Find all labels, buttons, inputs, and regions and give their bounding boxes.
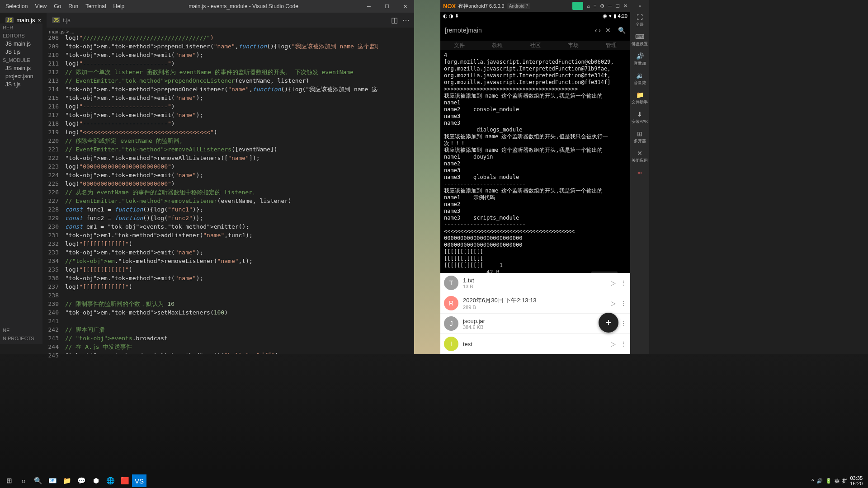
minimize-button[interactable]: ─ bbox=[360, 4, 378, 9]
more-icon[interactable]: ⋮ bbox=[620, 340, 627, 347]
sidebar-section: NE bbox=[0, 326, 42, 334]
ime-mode[interactable]: 拼 bbox=[842, 478, 847, 484]
start-button[interactable]: ⊞ bbox=[2, 474, 16, 487]
close-button[interactable]: ✕ bbox=[396, 4, 414, 9]
log-output[interactable]: 4[org.mozilla.javascript.InterpretedFunc… bbox=[440, 50, 630, 273]
sidebar-section: N PROJECTS bbox=[0, 334, 42, 343]
tab-manage[interactable]: 管理 bbox=[606, 42, 617, 49]
sidebar-item[interactable]: project.json bbox=[0, 72, 42, 80]
minimap[interactable] bbox=[378, 33, 414, 354]
nox-close-icon[interactable]: ✕ bbox=[623, 3, 627, 9]
more-actions-icon[interactable]: ⋯ bbox=[402, 16, 410, 24]
cortana-icon[interactable]: ○ bbox=[16, 474, 31, 487]
file-avatar: J bbox=[444, 316, 458, 331]
tray-sound-icon[interactable]: 🔊 bbox=[816, 478, 823, 484]
nox-side-button[interactable]: ⬇ 安装APK bbox=[632, 111, 648, 125]
mail-icon[interactable]: 📧 bbox=[45, 474, 60, 487]
maximize-button[interactable]: ☐ bbox=[378, 4, 396, 9]
file-size: 13 B bbox=[463, 284, 606, 289]
chrome-icon[interactable]: 🌐 bbox=[103, 474, 118, 487]
side-label: 文件助手 bbox=[632, 99, 648, 105]
close-panel-icon[interactable]: ✕ bbox=[605, 27, 611, 34]
vscode-taskbar-icon[interactable]: VS bbox=[132, 474, 146, 487]
js-icon: JS bbox=[5, 81, 12, 88]
taskview-icon[interactable]: 🔍 bbox=[31, 474, 45, 487]
side-label: 音量加 bbox=[634, 61, 646, 66]
app-icon[interactable]: ⬢ bbox=[89, 474, 103, 487]
fab-add-button[interactable]: + bbox=[599, 313, 618, 333]
more-dots-icon[interactable]: ••• bbox=[637, 171, 642, 175]
play-icon[interactable]: ▷ bbox=[611, 279, 616, 286]
tray-chevron-icon[interactable]: ^ bbox=[811, 478, 814, 483]
search-icon[interactable]: 🔍 bbox=[618, 27, 626, 34]
tab-tutorial[interactable]: 教程 bbox=[492, 42, 503, 49]
code-content[interactable]: log("///////////////////////////////////… bbox=[65, 33, 378, 354]
menu-selection[interactable]: Selection bbox=[3, 3, 30, 9]
nox-menu-icon[interactable]: ≡ bbox=[594, 3, 596, 9]
app-icon-2[interactable]: 🟥 bbox=[118, 474, 132, 487]
tray-clock[interactable]: 03:35 16:20 bbox=[850, 475, 863, 486]
sidebar-item[interactable]: JSmain.js bbox=[0, 64, 42, 72]
file-avatar: I bbox=[444, 337, 458, 351]
menu-terminal[interactable]: Terminal bbox=[83, 3, 108, 9]
side-icon: ⛶ bbox=[637, 14, 643, 21]
sidebar-item[interactable]: JSt.js bbox=[0, 48, 42, 56]
nox-maximize-icon[interactable]: ☐ bbox=[615, 3, 620, 9]
tab-files[interactable]: 文件 bbox=[454, 42, 465, 49]
confirm-button[interactable]: 确定 bbox=[591, 272, 618, 273]
more-icon[interactable]: ⋮ bbox=[620, 320, 627, 327]
minimize-panel-icon[interactable]: — bbox=[584, 27, 590, 34]
tab-community[interactable]: 社区 bbox=[530, 42, 541, 49]
sidebar-item[interactable]: JSt.js bbox=[0, 80, 42, 89]
nox-side-button[interactable]: 📁 文件助手 bbox=[632, 91, 648, 105]
nox-minimize-icon[interactable]: ─ bbox=[608, 3, 612, 9]
nox-side-button[interactable]: 🔉 音量减 bbox=[634, 72, 646, 86]
play-icon[interactable]: ▷ bbox=[611, 300, 616, 307]
play-icon[interactable]: ▷ bbox=[611, 340, 616, 347]
split-editor-icon[interactable]: ◫ bbox=[391, 16, 398, 24]
nox-side-button[interactable]: ✕ 关闭应用 bbox=[632, 150, 648, 164]
more-icon[interactable]: ⋮ bbox=[620, 279, 627, 286]
expand-icon[interactable]: ‹ › bbox=[595, 27, 601, 34]
autojs-header: [remote]main — ‹ › ✕ 🔍 bbox=[440, 20, 630, 41]
android-time: 4:20 bbox=[618, 13, 627, 19]
editor-tabs: JS main.js × JS t.js ◫ ⋯ bbox=[0, 13, 414, 28]
collapse-icon[interactable]: « bbox=[638, 4, 641, 8]
nox-home-icon[interactable]: ⌂ bbox=[587, 3, 590, 9]
android-version-tag: Android 7 bbox=[507, 3, 530, 9]
side-label: 键盘设置 bbox=[632, 41, 648, 47]
vscode-window: Selection View Go Run Terminal Help main… bbox=[0, 0, 414, 354]
nox-green-button[interactable] bbox=[572, 2, 583, 10]
wechat-icon[interactable]: 💬 bbox=[74, 474, 89, 487]
nox-toolbar: « ⛶ 全屏 ⌨ 键盘设置 🔊 音量加 🔉 音量减 📁 文件助手 ⬇ 安装APK… bbox=[630, 0, 649, 354]
nox-side-button[interactable]: ⊞ 多开器 bbox=[634, 130, 646, 144]
nox-settings-icon[interactable]: ⚙ bbox=[600, 3, 604, 9]
file-name: 2020年6月30日 下午2:13:13 bbox=[463, 296, 606, 305]
nox-side-button[interactable]: ⌨ 键盘设置 bbox=[632, 33, 648, 47]
status-icons-left: ◐ ◑ ⬇ bbox=[443, 13, 459, 19]
menu-go[interactable]: Go bbox=[51, 3, 64, 9]
file-row[interactable]: T 1.txt 13 B ▷ ⋮ bbox=[440, 273, 630, 293]
file-row[interactable]: R 2020年6月30日 下午2:13:13 289 B ▷ ⋮ bbox=[440, 293, 630, 314]
menu-run[interactable]: Run bbox=[66, 3, 81, 9]
more-icon[interactable]: ⋮ bbox=[620, 300, 627, 307]
menu-view[interactable]: View bbox=[32, 3, 49, 9]
ime-lang[interactable]: 英 bbox=[835, 478, 840, 484]
nox-side-button[interactable]: 🔊 音量加 bbox=[634, 52, 646, 66]
sidebar-item[interactable]: JSmain.js bbox=[0, 40, 42, 48]
tab-market[interactable]: 市场 bbox=[568, 42, 579, 49]
sidebar-section-editors: EDITORS bbox=[0, 32, 42, 40]
explorer-icon[interactable]: 📁 bbox=[60, 474, 74, 487]
editor-area[interactable]: 2082092102112122132142152162172182192202… bbox=[42, 33, 414, 354]
tray-battery-icon[interactable]: 🔋 bbox=[826, 478, 832, 484]
wallpaper-gap bbox=[414, 0, 441, 354]
nox-side-button[interactable]: ⛶ 全屏 bbox=[636, 14, 644, 28]
file-row[interactable]: I test ▷ ⋮ bbox=[440, 334, 630, 354]
menu-help[interactable]: Help bbox=[111, 3, 127, 9]
nox-logo-icon: NOX bbox=[443, 3, 456, 9]
side-icon: ✕ bbox=[637, 150, 642, 157]
tab-tjs[interactable]: JS t.js bbox=[47, 13, 76, 28]
file-avatar: T bbox=[444, 276, 458, 290]
tab-close-icon[interactable]: × bbox=[38, 17, 41, 23]
side-label: 多开器 bbox=[634, 138, 646, 144]
